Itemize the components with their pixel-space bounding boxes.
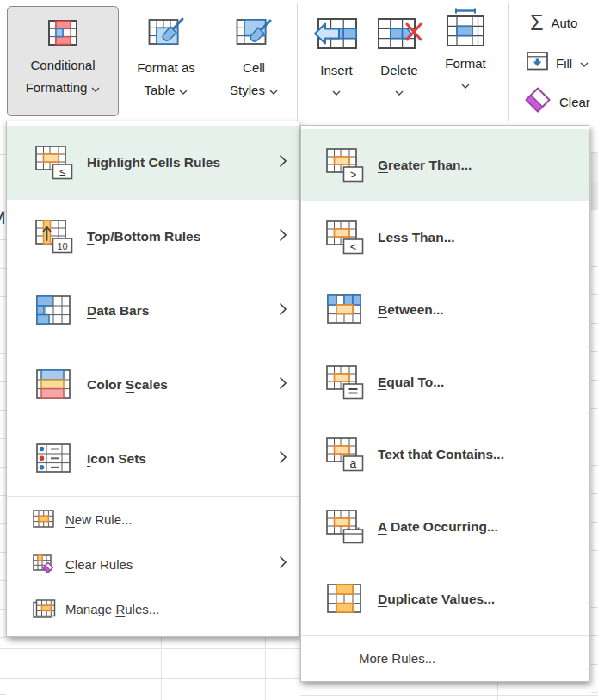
submenu-item-label: ore Rules...: [370, 651, 436, 666]
accelerator-letter: B: [378, 302, 387, 317]
accelerator-letter: H: [87, 155, 96, 170]
cell-styles-label-line1: Cell: [243, 60, 265, 75]
worksheet-partial-cell-text: M: [0, 208, 6, 228]
chevron-down-icon: [269, 83, 278, 98]
accelerator-letter: N: [65, 512, 75, 527]
insert-cells-button[interactable]: Insert: [310, 13, 363, 99]
worksheet-gridline: [0, 678, 300, 679]
menu-item-label: ata Bars: [96, 303, 149, 318]
submenu-item-between[interactable]: Between...: [301, 274, 589, 346]
fill-button[interactable]: Fill: [527, 52, 589, 74]
accelerator-letter: C: [65, 557, 75, 572]
worksheet-gridline: [59, 637, 59, 700]
svg-text:a: a: [350, 456, 357, 470]
cell-styles-icon: [236, 16, 272, 53]
menu-item-icon-sets[interactable]: Icon Sets: [7, 422, 299, 496]
submenu-item-text-that-contains[interactable]: a Text that Contains...: [301, 418, 589, 491]
accelerator-letter: D: [87, 303, 96, 318]
format-cells-icon: [445, 8, 486, 53]
fill-down-icon: [527, 52, 548, 74]
between-icon: [326, 293, 364, 327]
chevron-down-icon: [395, 84, 404, 99]
eraser-clear-icon: [524, 86, 552, 117]
excel-window: M: [0, 0, 598, 700]
chevron-right-icon: [279, 450, 287, 468]
ribbon-group-divider: [297, 3, 298, 121]
accelerator-letter: A: [378, 519, 387, 534]
submenu-item-label: qual To...: [386, 375, 444, 389]
svg-text:10: 10: [57, 241, 67, 251]
menu-item-color-scales[interactable]: Color Scales: [7, 348, 299, 422]
svg-text:≤: ≤: [59, 165, 65, 178]
manage-rules-icon: [33, 599, 56, 618]
autosum-label: Auto: [551, 15, 577, 30]
ribbon-styles-cells-editing: Conditional Formatting: [0, 0, 598, 125]
menu-item-highlight-cells-rules[interactable]: ≤ Highlight Cells Rules: [7, 126, 299, 200]
submenu-item-duplicate-values[interactable]: Duplicate Values...: [301, 563, 589, 635]
data-bars-icon: [35, 294, 73, 328]
submenu-item-less-than[interactable]: < Less Than...: [301, 201, 589, 274]
autosum-button[interactable]: Σ Auto: [530, 11, 577, 34]
equal-to-icon: [326, 365, 364, 400]
cell-styles-button[interactable]: Cell Styles: [212, 6, 296, 116]
accelerator-letter: R: [115, 602, 125, 616]
delete-cells-button[interactable]: Delete: [370, 13, 428, 99]
worksheet-gridline: [300, 695, 598, 696]
insert-cells-icon: [314, 13, 359, 56]
submenu-item-label: etween...: [387, 302, 443, 317]
format-label: Format: [445, 56, 486, 71]
accelerator-letter: S: [126, 377, 134, 392]
menu-item-data-bars[interactable]: Data Bars: [7, 274, 299, 348]
worksheet-gridline: [497, 682, 498, 700]
menu-item-manage-rules[interactable]: Manage Rules...: [7, 586, 299, 631]
worksheet-gridline: [161, 637, 162, 700]
accelerator-letter: D: [378, 592, 387, 606]
sigma-autosum-icon: Σ: [530, 11, 543, 34]
fill-label: Fill: [556, 56, 572, 71]
worksheet-left-sliver: M: [0, 127, 6, 700]
chevron-right-icon: [279, 302, 287, 319]
worksheet-shaded-cell: [591, 153, 598, 182]
submenu-item-more-rules[interactable]: More Rules...: [301, 636, 589, 679]
chevron-right-icon: [279, 154, 287, 171]
top-bottom-rules-icon: 10: [35, 220, 73, 254]
conditional-formatting-icon: [47, 19, 78, 50]
menu-item-label-pre: Manage: [65, 602, 115, 616]
submenu-item-label: reater Than...: [388, 158, 472, 172]
submenu-item-equal-to[interactable]: Equal To...: [301, 346, 589, 418]
menu-item-label-pre: Color: [87, 377, 126, 392]
clear-button[interactable]: Clear: [524, 86, 590, 117]
worksheet-right-sliver: [591, 125, 598, 700]
menu-item-new-rule[interactable]: New Rule...: [7, 497, 299, 542]
format-as-table-label-line1: Format as: [137, 60, 195, 75]
greater-than-icon: >: [326, 148, 364, 183]
worksheet-shaded-cell: [591, 182, 598, 210]
format-as-table-button[interactable]: Format as Table: [120, 6, 212, 116]
svg-text:>: >: [350, 168, 357, 181]
conditional-formatting-button[interactable]: Conditional Formatting: [7, 6, 119, 116]
format-cells-button[interactable]: Format: [435, 8, 496, 92]
menu-item-label: ighlight Cells Rules: [96, 155, 220, 170]
worksheet-gridline: [265, 637, 266, 700]
format-as-table-label-line2: Table: [145, 79, 176, 102]
chevron-down-icon: [91, 80, 100, 96]
conditional-formatting-label-line2: Formatting: [26, 77, 88, 99]
text-that-contains-icon: a: [326, 437, 364, 472]
menu-item-label: ules...: [125, 602, 159, 616]
cell-styles-label-line2: Styles: [230, 79, 265, 102]
menu-item-clear-rules[interactable]: Clear Rules: [7, 542, 299, 586]
conditional-formatting-menu: ≤ Highlight Cells Rules 10: [6, 121, 299, 637]
submenu-item-a-date-occurring[interactable]: A Date Occurring...: [301, 491, 589, 563]
clear-label: Clear: [559, 95, 590, 109]
menu-item-label: ew Rule...: [75, 512, 133, 527]
submenu-item-greater-than[interactable]: > Greater Than...: [301, 129, 589, 201]
duplicate-values-icon: [326, 582, 364, 616]
worksheet-gridline: [0, 648, 300, 649]
chevron-right-icon: [279, 555, 287, 573]
format-as-table-icon: [148, 16, 184, 53]
conditional-formatting-label-line1: Conditional: [30, 58, 95, 72]
color-scales-icon: [35, 368, 73, 402]
submenu-item-label: ext that Contains...: [385, 447, 504, 462]
menu-item-top-bottom-rules[interactable]: 10 Top/Bottom Rules: [7, 200, 299, 274]
a-date-occurring-icon: [326, 510, 364, 544]
